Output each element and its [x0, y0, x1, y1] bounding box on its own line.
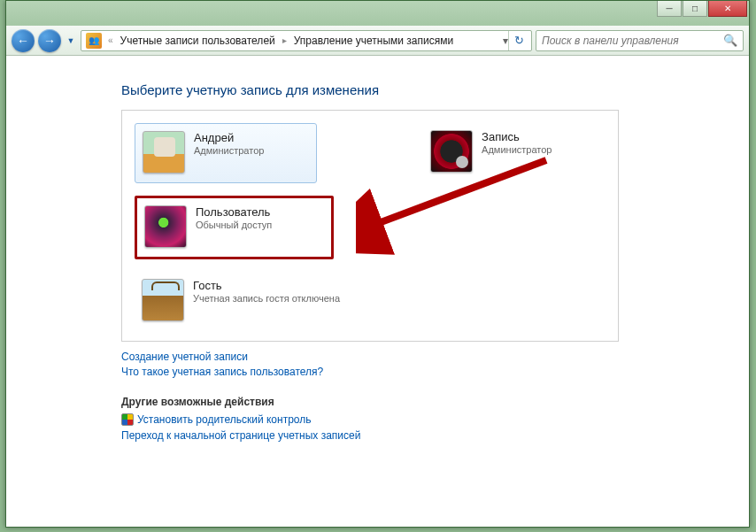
account-text: Гость Учетная запись гостя отключена	[193, 279, 340, 321]
content-area: Выберите учетную запись для изменения Ан…	[6, 56, 749, 442]
account-andrey[interactable]: Андрей Администратор	[135, 123, 317, 183]
account-row-2: Пользователь Обычный доступ	[135, 196, 606, 259]
account-name: Запись	[482, 130, 552, 143]
account-name: Андрей	[194, 131, 264, 144]
account-zapis[interactable]: Запись Администратор	[423, 123, 606, 183]
avatar-polzovatel	[144, 205, 187, 248]
other-actions-heading: Другие возможные действия	[121, 396, 619, 408]
page-title: Выберите учетную запись для изменения	[121, 82, 749, 97]
breadcrumb-seg-manage[interactable]: Управление учетными записями	[290, 32, 457, 50]
chevron-right-icon: ▸	[279, 35, 290, 45]
users-icon: 👥	[86, 33, 102, 49]
maximize-button[interactable]: □	[683, 1, 707, 17]
minimize-button[interactable]: ─	[657, 1, 682, 17]
arrow-left-icon: ←	[17, 34, 29, 48]
forward-button[interactable]: →	[38, 29, 61, 52]
other-actions: Другие возможные действия Установить род…	[121, 396, 619, 442]
address-bar[interactable]: 👥 « Учетные записи пользователей ▸ Управ…	[81, 30, 532, 51]
account-row-1: Андрей Администратор Запись Администрато…	[135, 123, 606, 183]
titlebar: ─ □ ✕	[6, 1, 749, 26]
link-what-is-account[interactable]: Что такое учетная запись пользователя?	[121, 366, 323, 378]
avatar-andrey	[143, 131, 185, 173]
account-name: Пользователь	[196, 205, 272, 219]
account-text: Андрей Администратор	[194, 131, 264, 173]
breadcrumb: « Учетные записи пользователей ▸ Управле…	[104, 32, 457, 50]
arrow-right-icon: →	[43, 34, 56, 48]
account-role: Администратор	[482, 144, 552, 155]
refresh-button[interactable]: ↻	[508, 31, 529, 50]
search-input[interactable]	[542, 35, 723, 47]
link-goto-accounts-start[interactable]: Переход к начальной странице учетных зап…	[121, 429, 360, 442]
account-links: Создание учетной записи Что такое учетна…	[121, 351, 619, 378]
window-controls: ─ □ ✕	[657, 1, 747, 17]
account-name: Гость	[193, 279, 340, 292]
account-row-3: Гость Учетная запись гостя отключена	[135, 272, 606, 330]
account-role: Обычный доступ	[196, 220, 272, 230]
maximize-icon: □	[692, 4, 698, 13]
back-button[interactable]: ←	[12, 29, 35, 52]
account-guest[interactable]: Гость Учетная запись гостя отключена	[135, 272, 606, 330]
other-links: Установить родительский контроль Переход…	[121, 413, 619, 442]
search-box[interactable]: 🔍	[536, 30, 744, 51]
account-polzovatel[interactable]: Пользователь Обычный доступ	[135, 196, 334, 259]
navigation-toolbar: ← → ▼ 👥 « Учетные записи пользователей ▸…	[6, 26, 749, 56]
link-create-account[interactable]: Создание учетной записи	[121, 351, 248, 363]
avatar-zapis	[430, 130, 473, 173]
close-icon: ✕	[724, 4, 731, 13]
account-role: Администратор	[194, 145, 264, 156]
avatar-guest	[142, 279, 184, 321]
chevron-down-icon: ▼	[67, 36, 75, 45]
shield-icon	[121, 413, 134, 426]
minimize-icon: ─	[666, 4, 672, 13]
account-text: Запись Администратор	[482, 130, 552, 174]
account-role: Учетная запись гостя отключена	[193, 293, 340, 304]
breadcrumb-seg-accounts[interactable]: Учетные записи пользователей	[117, 32, 279, 50]
control-panel-window: ─ □ ✕ ← → ▼ 👥 « Учетные записи пользоват…	[5, 0, 750, 528]
breadcrumb-prefix: «	[104, 35, 117, 45]
close-button[interactable]: ✕	[708, 1, 747, 17]
account-text: Пользователь Обычный доступ	[196, 205, 272, 248]
accounts-panel: Андрей Администратор Запись Администрато…	[121, 110, 619, 342]
search-icon: 🔍	[723, 34, 737, 47]
link-parental-control[interactable]: Установить родительский контроль	[137, 413, 312, 426]
history-dropdown[interactable]: ▼	[65, 36, 77, 45]
refresh-icon: ↻	[514, 34, 524, 47]
